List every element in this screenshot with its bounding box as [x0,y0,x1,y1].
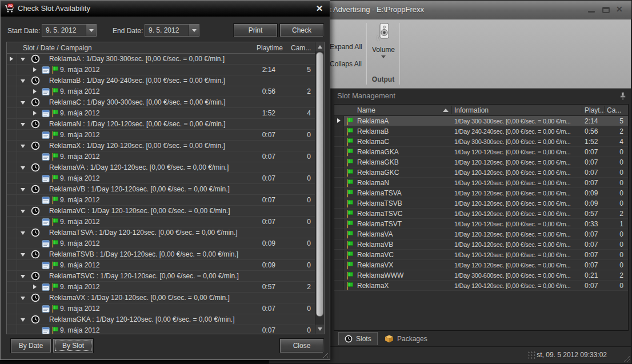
scrollbar-thumb[interactable] [316,52,323,317]
collapse-icon[interactable] [21,166,25,170]
tree-row-slot[interactable]: ReklamaVB : 1/Day 120-120sec. [0,00 €/se… [7,184,315,195]
column-header-campaigns[interactable]: Ca... [607,106,621,114]
tree-row-slot[interactable]: ReklamaB : 1/Day 240-240sec. [0,00 €/sec… [7,75,315,86]
date-label: 9. mája 2012 [60,196,99,204]
column-header-playtime[interactable]: Playtime [257,44,283,52]
tree-row-date[interactable]: 9. mája 2012 0:09 0 [7,260,315,271]
slot-playtime: 1:52 [585,138,598,146]
table-row[interactable]: ReklamaX 1/Day 120-120sec. [0,00 €/sec. … [334,281,628,291]
check-button[interactable]: Check [280,24,323,37]
tree-row-slot[interactable]: ReklamaVX : 1/Day 120-120sec. [0,00 €/se… [7,293,315,303]
tree-row-date[interactable]: 9. mája 2012 2:14 5 [7,65,315,75]
tree-row-slot[interactable]: ReklamaTSVA : 1/Day 120-120sec. [0,00 €/… [7,227,315,238]
collapse-icon[interactable] [21,231,25,235]
tree-row-slot[interactable]: ReklamaA : 1/Day 300-300sec. [0,00 €/sec… [7,54,315,65]
collapse-icon[interactable] [21,188,25,191]
column-header-information[interactable]: Information [454,106,489,114]
close-dialog-button[interactable]: Close [280,339,323,353]
volume-button[interactable]: Volume [368,23,399,73]
scroll-down-button[interactable] [315,325,324,334]
tab-slots[interactable]: Slots [338,332,378,345]
table-row[interactable]: ReklamaTSVT 1/Day 120-120sec. [0,00 €/se… [334,219,628,229]
dialog-titlebar[interactable]: AD Check Slot Availability [1,1,330,17]
table-row[interactable]: ReklamaWWW 1/Day 300-600sec. [0,00 €/sec… [334,270,628,281]
tree-row-slot[interactable]: ReklamaVC : 1/Day 120-120sec. [0,00 €/se… [7,206,315,217]
table-row[interactable]: ReklamaGKC 1/Day 120-120sec. [0,00 €/sec… [334,167,628,178]
tree-row-slot[interactable]: ReklamaGKA : 1/Day 120-120sec. [0,00 €/s… [7,314,315,325]
tree-row-date[interactable]: 9. mája 2012 0:07 0 [7,195,315,206]
collapse-icon[interactable] [21,101,25,105]
tree-row-date[interactable]: 9. mája 2012 0:57 2 [7,282,315,293]
minimize-button[interactable] [587,5,596,14]
scroll-up-button[interactable] [315,42,324,51]
collapse-icon[interactable] [21,58,25,61]
tree-row-slot[interactable]: ReklamaTSVC : 1/Day 120-120sec. [0,00 €/… [7,271,315,282]
collapse-icon[interactable] [21,145,25,148]
table-row[interactable]: ReklamaVX 1/Day 120-120sec. [0,00 €/sec.… [334,260,628,270]
expand-icon[interactable] [33,111,37,115]
tree-row-date[interactable]: 9. mája 2012 0:07 0 [7,217,315,227]
tree-row-date[interactable]: 9. mája 2012 0:07 0 [7,303,315,314]
table-row[interactable]: ReklamaC 1/Day 300-300sec. [0,00 €/sec. … [334,137,628,147]
collaps-all-button[interactable]: Collaps All [330,60,362,68]
end-date-dropdown-button[interactable] [189,25,199,36]
maximize-button[interactable] [601,5,610,14]
window-resize-grip[interactable] [622,354,630,362]
collapse-icon[interactable] [21,123,25,126]
slot-label: ReklamaGKA : 1/Day 120-120sec. [0,00 €/s… [49,315,235,323]
table-row[interactable]: ReklamaTSVA 1/Day 120-120sec. [0,00 €/se… [334,188,628,198]
tree-row-date[interactable]: 9. mája 2012 1:52 4 [7,108,315,119]
tree-row-slot[interactable]: ReklamaN : 1/Day 120-120sec. [0,00 €/sec… [7,119,315,130]
table-row[interactable]: ReklamaGKA 1/Day 120-120sec. [0,00 €/sec… [334,147,628,157]
column-header-playtime[interactable]: Playt... [585,106,606,114]
tree-row-slot[interactable]: ReklamaVA : 1/Day 120-120sec. [0,00 €/se… [7,162,315,173]
expand-icon[interactable] [33,285,37,289]
tree-row-date[interactable]: 9. mája 2012 0:09 0 [7,238,315,249]
tree-row-date[interactable]: 9. mája 2012 0:56 2 [7,86,315,97]
start-date-picker[interactable]: 9. 5. 2012 [42,24,97,37]
tree-row-date[interactable]: 9. mája 2012 0:07 0 [7,173,315,184]
vertical-scrollbar[interactable] [315,42,324,334]
end-date-picker[interactable]: 9. 5. 2012 [145,24,199,37]
slot-campaign-count: 4 [619,138,623,146]
tree-row-slot[interactable]: ReklamaTSVB : 1/Day 120-120sec. [0,00 €/… [7,249,315,260]
collapse-icon[interactable] [21,297,25,300]
slot-playtime: 0:33 [585,220,598,228]
collapse-icon[interactable] [21,79,25,83]
tree-row-slot[interactable]: ReklamaX : 1/Day 120-120sec. [0,00 €/sec… [7,141,315,151]
slot-name: ReklamaTSVA [357,189,402,197]
expand-all-button[interactable]: Expand All [330,43,362,51]
slot-information: 1/Day 120-120sec. [0,00 €/sec. = 0,00 €/… [454,190,583,197]
by-slot-button[interactable]: By Slot [53,339,93,353]
start-date-dropdown-button[interactable] [86,25,96,36]
table-row[interactable]: ReklamaVB 1/Day 120-120sec. [0,00 €/sec.… [334,239,628,250]
collapse-icon[interactable] [21,318,25,322]
table-row[interactable]: ReklamaTSVB 1/Day 120-120sec. [0,00 €/se… [334,198,628,209]
dialog-close-button[interactable] [313,2,326,15]
close-button[interactable] [615,5,625,14]
tree-row-date[interactable]: 9. mája 2012 0:07 0 [7,151,315,162]
table-row[interactable]: ReklamaGKB 1/Day 120-120sec. [0,00 €/sec… [334,157,628,167]
tree-row-date[interactable]: 9. mája 2012 0:07 0 [7,325,315,334]
pin-icon[interactable] [619,92,626,101]
tab-packages[interactable]: Packages [379,332,433,345]
collapse-icon[interactable] [21,210,25,213]
table-row[interactable]: ReklamaTSVC 1/Day 120-120sec. [0,00 €/se… [334,209,628,219]
expand-icon[interactable] [33,67,37,72]
by-date-button[interactable]: By Date [11,339,51,353]
table-row[interactable]: ReklamaB 1/Day 240-240sec. [0,00 €/sec. … [334,126,628,137]
table-row[interactable]: ReklamaN 1/Day 120-120sec. [0,00 €/sec. … [334,178,628,188]
column-header-slot-date-campaign[interactable]: Slot / Date / Campaign [23,44,92,52]
collapse-icon[interactable] [21,253,25,257]
print-button[interactable]: Print [234,24,277,37]
table-row[interactable]: ReklamaVC 1/Day 120-120sec. [0,00 €/sec.… [334,250,628,260]
table-row[interactable]: ReklamaVA 1/Day 120-120sec. [0,00 €/sec.… [334,229,628,239]
column-header-name[interactable]: Name [357,106,375,114]
collapse-icon[interactable] [21,275,25,278]
tree-row-slot[interactable]: ReklamaC : 1/Day 300-300sec. [0,00 €/sec… [7,97,315,108]
tree-header: Slot / Date / Campaign Playtime Cam... [7,42,324,54]
expand-icon[interactable] [33,89,37,94]
tree-row-date[interactable]: 9. mája 2012 0:07 0 [7,130,315,141]
column-header-campaigns[interactable]: Cam... [291,44,311,52]
table-row[interactable]: ReklamaA 1/Day 300-300sec. [0,00 €/sec. … [334,116,628,126]
